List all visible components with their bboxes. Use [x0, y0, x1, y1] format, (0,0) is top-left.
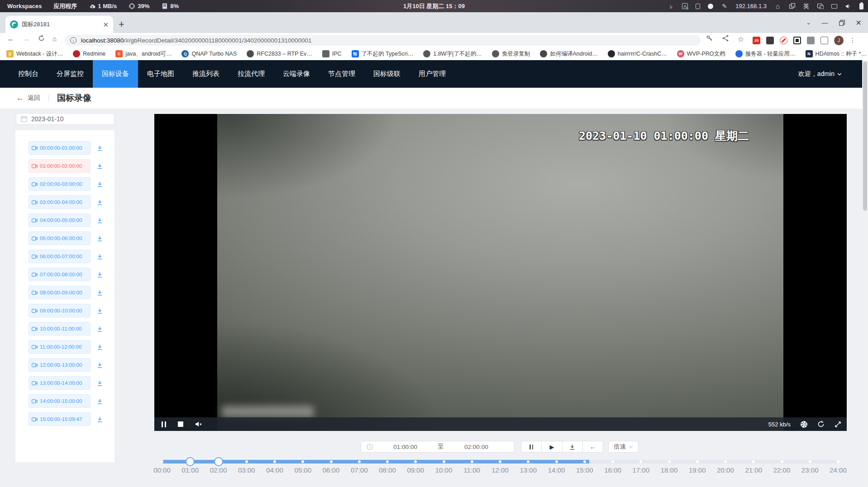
seek-back-button[interactable]: ←: [583, 441, 603, 453]
record-segment-button[interactable]: 14:00:00-15:00:00: [29, 394, 91, 408]
download-button[interactable]: [563, 441, 583, 453]
bookmark[interactable]: IPC: [322, 50, 342, 57]
bookmark[interactable]: 服务器 - 轻量应用…: [735, 50, 796, 58]
browser-forward-icon[interactable]: →: [23, 35, 30, 43]
extension-blocker-icon[interactable]: [780, 37, 787, 44]
new-tab-button[interactable]: +: [119, 19, 124, 30]
back-arrow-icon[interactable]: ←: [16, 94, 24, 103]
download-segment-button[interactable]: [96, 217, 103, 224]
download-segment-button[interactable]: [96, 235, 103, 242]
bookmark[interactable]: hairrrrr/C-CrashC…: [608, 50, 667, 57]
extension-js-icon[interactable]: JS: [753, 37, 760, 44]
assistant-icon[interactable]: [708, 4, 713, 9]
record-segment-button[interactable]: 01:00:00-02:00:00: [29, 159, 91, 173]
extension-light-icon[interactable]: [820, 37, 828, 44]
tab-search-icon[interactable]: ⌄: [806, 19, 811, 26]
window-close-icon[interactable]: ✕: [856, 19, 862, 27]
time-range-input[interactable]: 01:00:00 至 02:00:00: [361, 441, 515, 453]
nav-item[interactable]: 云端录像: [274, 60, 319, 88]
end-time-value[interactable]: 02:00:00: [444, 444, 509, 450]
bookmark[interactable]: Q QNAP Turbo NAS: [181, 50, 237, 57]
applications-menu[interactable]: 应用程序: [53, 2, 77, 10]
volume-icon[interactable]: [845, 3, 852, 9]
nav-item[interactable]: 国标级联: [364, 60, 410, 88]
record-segment-button[interactable]: 12:00:00-13:00:00: [29, 358, 91, 372]
download-segment-button[interactable]: [96, 398, 103, 405]
bookmark[interactable]: N HDAtmos :: 种子 *…: [806, 50, 867, 58]
record-segment-button[interactable]: 10:00:00-11:00:00: [29, 322, 91, 336]
pen-icon[interactable]: ✎: [721, 3, 728, 9]
download-segment-button[interactable]: [96, 344, 103, 350]
tab-close-icon[interactable]: ✕: [103, 21, 109, 28]
window-restore-icon[interactable]: [839, 20, 845, 26]
browser-back-icon[interactable]: ←: [7, 35, 14, 43]
record-segment-button[interactable]: 05:00:00-06:00:00: [29, 232, 91, 245]
ip-address[interactable]: 192.168.1.3: [735, 3, 767, 9]
download-segment-button[interactable]: [96, 145, 103, 151]
download-segment-button[interactable]: [96, 416, 103, 423]
download-segment-button[interactable]: [96, 181, 103, 188]
bookmark[interactable]: ≣ Webstack - 设计…: [6, 50, 63, 58]
fullscreen-icon[interactable]: [835, 421, 841, 428]
timeline-handle-end[interactable]: [214, 457, 223, 466]
nav-item[interactable]: 节点管理: [319, 60, 364, 88]
extension-gray-icon[interactable]: [807, 37, 815, 44]
bookmark[interactable]: RFC2833 – RTP Ev…: [247, 50, 312, 57]
browser-home-icon[interactable]: ⌂: [52, 35, 57, 43]
record-segment-button[interactable]: 07:00:00-08:00:00: [29, 268, 91, 281]
address-bar[interactable]: i localhost:38080/#/gbRecordDetail/34020…: [65, 35, 701, 46]
nav-item[interactable]: 电子地图: [138, 60, 183, 88]
share-icon[interactable]: [722, 35, 729, 42]
speed-dropdown[interactable]: 倍速: [608, 441, 639, 453]
bookmark[interactable]: C java、android可…: [115, 50, 172, 58]
nav-item[interactable]: 国标设备: [93, 60, 138, 88]
record-segment-button[interactable]: 00:00:00-01:00:00: [29, 141, 91, 155]
record-segment-button[interactable]: 04:00:00-05:00:00: [29, 213, 91, 227]
desktop-clock[interactable]: 1月10日 星期二 15：09: [403, 0, 465, 12]
bookmark[interactable]: 免登录复制: [492, 50, 530, 58]
record-segment-button[interactable]: 13:00:00-14:00:00: [29, 376, 91, 390]
site-info-icon[interactable]: i: [70, 37, 76, 43]
download-segment-button[interactable]: [96, 271, 103, 278]
browser-tab[interactable]: 国标28181 ✕: [5, 16, 113, 33]
home-icon[interactable]: ⌂: [774, 3, 781, 9]
nav-item[interactable]: 用户管理: [410, 60, 455, 88]
bookmark[interactable]: W WVP-PRO文档: [677, 50, 725, 58]
download-segment-button[interactable]: [96, 307, 103, 314]
record-segment-button[interactable]: 02:00:00-03:00:00: [29, 177, 91, 191]
nav-item[interactable]: 拉流代理: [229, 60, 274, 88]
bookmark[interactable]: 1.8W字|了不起的…: [423, 50, 482, 58]
pause-icon[interactable]: [162, 421, 166, 427]
download-segment-button[interactable]: [96, 326, 103, 332]
record-segment-button[interactable]: 15:00:00-15:09:47: [29, 412, 91, 426]
download-segment-button[interactable]: [96, 380, 103, 387]
password-key-icon[interactable]: [706, 35, 713, 42]
window-minimize-icon[interactable]: —: [822, 19, 828, 26]
bookmark-star-icon[interactable]: ☆: [738, 35, 744, 43]
play-button[interactable]: ▶: [542, 441, 562, 453]
nav-item[interactable]: 控制台: [9, 60, 48, 88]
download-segment-button[interactable]: [96, 163, 103, 170]
welcome-menu[interactable]: 欢迎，admin: [798, 60, 842, 88]
input-indicator-icon[interactable]: A: [682, 3, 688, 9]
pause-button[interactable]: [521, 441, 542, 453]
date-picker[interactable]: 2023-01-10: [16, 113, 114, 125]
download-segment-button[interactable]: [96, 199, 103, 206]
extension-square-icon[interactable]: [793, 37, 801, 44]
back-button[interactable]: 返回: [28, 94, 40, 102]
display-icon[interactable]: [831, 4, 837, 9]
start-time-value[interactable]: 01:00:00: [373, 444, 438, 450]
bookmark[interactable]: 如何编译Android…: [540, 50, 598, 58]
flat-icon[interactable]: ♭: [668, 3, 674, 9]
video-player[interactable]: 2023-01-10 01:00:00 星期二 552 kb/s: [154, 114, 847, 431]
browser-menu-icon[interactable]: ⋮: [849, 37, 856, 44]
profile-avatar[interactable]: J: [834, 36, 844, 45]
workspaces-button[interactable]: Workspaces: [7, 3, 42, 9]
record-segment-button[interactable]: 03:00:00-04:00:00: [29, 195, 91, 209]
browser-reload-icon[interactable]: [38, 35, 45, 42]
download-segment-button[interactable]: [96, 253, 103, 260]
record-segment-button[interactable]: 06:00:00-07:00:00: [29, 250, 91, 263]
download-segment-button[interactable]: [96, 362, 103, 369]
clipboard-icon[interactable]: [696, 4, 700, 9]
record-segment-button[interactable]: 09:00:00-10:00:00: [29, 304, 91, 317]
